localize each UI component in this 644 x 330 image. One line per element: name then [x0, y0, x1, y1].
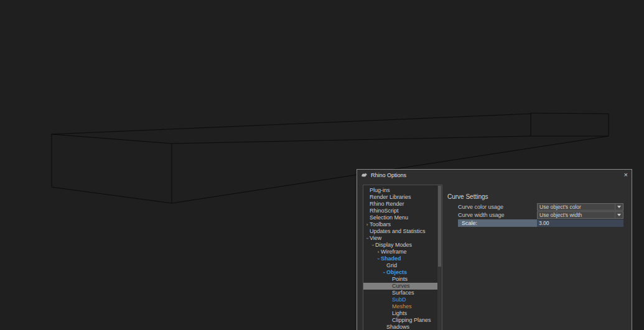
options-tree: Plug-insRender LibrariesRhino RenderRhin…: [363, 185, 442, 330]
tree-item-rhino-render[interactable]: Rhino Render: [363, 201, 437, 208]
rhino-options-dialog: Rhino Options × Plug-insRender Libraries…: [357, 169, 632, 330]
scale-label: Scale:: [458, 219, 537, 227]
tree-item-selection-menu[interactable]: Selection Menu: [363, 214, 437, 221]
tree-item-label: Shaded: [381, 255, 401, 262]
rhino-logo-icon: [361, 172, 368, 178]
tree-item-label: SubD: [392, 296, 406, 303]
tree-item-label: Curves: [392, 283, 410, 289]
curve-settings-panel: Curve Settings Curve color usage Use obj…: [447, 193, 623, 227]
curve-color-usage-row: Curve color usage Use object's color: [447, 203, 623, 211]
tree-item-label: View: [370, 235, 381, 241]
chevron-down-icon[interactable]: ›: [381, 270, 388, 275]
tree-item-label: Meshes: [392, 303, 412, 309]
curve-color-usage-dropdown[interactable]: Use object's color: [537, 203, 623, 211]
tree-item-label: Selection Menu: [370, 214, 408, 221]
tree-item-lights[interactable]: Lights: [363, 310, 437, 317]
tree-item-shaded[interactable]: ›Shaded: [363, 255, 437, 262]
tree-item-toolbars[interactable]: ›Toolbars: [363, 221, 437, 228]
curve-color-usage-label: Curve color usage: [447, 203, 537, 211]
tree-item-meshes[interactable]: Meshes: [363, 303, 437, 310]
chevron-right-icon[interactable]: ›: [376, 249, 381, 255]
tree-item-label: Rhino Render: [370, 201, 404, 207]
tree-item-label: Surfaces: [392, 290, 414, 296]
tree-item-shadows[interactable]: Shadows: [363, 324, 437, 330]
curve-width-usage-label: Curve width usage: [447, 211, 537, 219]
tree-item-view[interactable]: ›View: [363, 235, 437, 242]
tree-item-label: Objects: [386, 269, 407, 275]
tree-item-label: Lights: [392, 310, 407, 316]
tree-item-label: Render Libraries: [370, 194, 411, 200]
tree-item-label: Display Modes: [375, 242, 412, 248]
tree-item-wireframe[interactable]: ›Wireframe: [363, 249, 437, 255]
tree-scrollbar-thumb[interactable]: [438, 186, 441, 267]
tree-item-label: Clipping Planes: [392, 317, 431, 323]
tree-item-display-modes[interactable]: ›Display Modes: [363, 242, 437, 249]
chevron-down-icon[interactable]: [615, 212, 623, 218]
panel-heading: Curve Settings: [447, 193, 623, 201]
tree-item-surfaces[interactable]: Surfaces: [363, 290, 437, 296]
rhino-3d-viewport[interactable]: Rhino Options × Plug-insRender Libraries…: [0, 0, 644, 330]
dropdown-value: Use object's color: [538, 204, 615, 210]
chevron-down-icon[interactable]: [615, 204, 623, 210]
tree-item-plug-ins[interactable]: Plug-ins: [363, 187, 437, 194]
chevron-right-icon[interactable]: ›: [365, 221, 370, 228]
tree-item-label: Points: [392, 276, 408, 282]
tree-item-grid[interactable]: Grid: [363, 262, 437, 269]
curve-width-usage-dropdown[interactable]: Use object's width: [537, 211, 623, 219]
tree-item-render-libraries[interactable]: Render Libraries: [363, 194, 437, 201]
chevron-down-icon[interactable]: ›: [370, 243, 376, 248]
tree-item-curves[interactable]: Curves: [363, 283, 437, 290]
tree-item-label: RhinoScript: [370, 208, 399, 214]
tree-item-objects[interactable]: ›Objects: [363, 269, 437, 276]
scale-row[interactable]: Scale: 3.00: [447, 219, 623, 227]
dialog-title: Rhino Options: [371, 172, 406, 178]
scale-input[interactable]: 3.00: [537, 219, 623, 227]
chevron-down-icon[interactable]: ›: [364, 236, 371, 241]
close-icon[interactable]: ×: [624, 170, 628, 180]
tree-item-label: Updates and Statistics: [370, 228, 426, 234]
curve-width-usage-row: Curve width usage Use object's width: [447, 211, 623, 219]
chevron-down-icon[interactable]: ›: [375, 257, 382, 262]
options-tree-rows: Plug-insRender LibrariesRhino RenderRhin…: [363, 187, 437, 330]
tree-item-subd[interactable]: SubD: [363, 296, 437, 303]
tree-item-rhinoscript[interactable]: RhinoScript: [363, 208, 437, 214]
tree-item-label: Wireframe: [381, 249, 407, 255]
tree-item-label: Shadows: [386, 324, 409, 330]
tree-item-label: Grid: [386, 262, 397, 268]
tree-item-updates-and-statistics[interactable]: Updates and Statistics: [363, 228, 437, 235]
tree-item-clipping-planes[interactable]: Clipping Planes: [363, 317, 437, 324]
tree-item-label: Plug-ins: [370, 187, 390, 193]
dropdown-value: Use object's width: [538, 212, 615, 218]
tree-scrollbar[interactable]: [437, 185, 442, 330]
tree-item-label: Toolbars: [370, 221, 391, 227]
tree-item-points[interactable]: Points: [363, 276, 437, 283]
dialog-titlebar[interactable]: Rhino Options ×: [357, 170, 632, 180]
